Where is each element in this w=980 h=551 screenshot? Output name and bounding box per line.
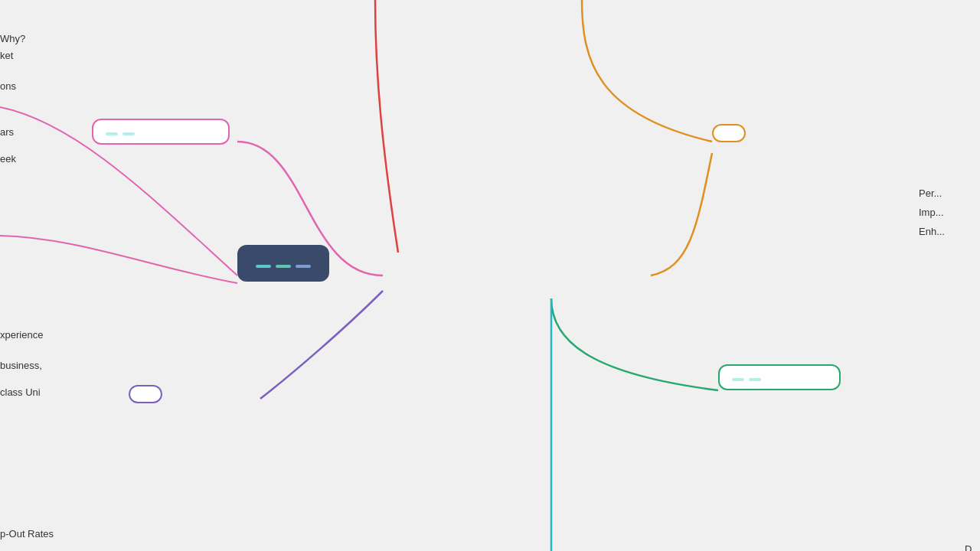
central-tags: [256, 265, 311, 268]
tag-job-portal: [122, 132, 135, 135]
deferment-tags: [732, 378, 827, 381]
label-eek: eek: [0, 153, 16, 165]
label-class-uni: class Uni: [0, 386, 41, 398]
central-node[interactable]: [237, 245, 329, 282]
deferment-node[interactable]: [718, 364, 841, 390]
career-assistance-tags: [106, 132, 216, 135]
label-d-bottom: D...: [965, 543, 980, 551]
label-enh: Enh...: [919, 226, 945, 237]
label-business: business,: [0, 360, 42, 371]
tag-education: [276, 265, 291, 268]
tag-flexibility: [749, 378, 761, 381]
micro-grouping-node[interactable]: [712, 124, 746, 142]
label-market1: ket: [0, 50, 13, 61]
label-ons: ons: [0, 80, 16, 92]
label-ars: ars: [0, 126, 14, 138]
label-why-topleft2: Why?: [0, 33, 25, 44]
tag-career-services: [106, 132, 118, 135]
career-assistance-node[interactable]: [92, 119, 230, 145]
tag-learning: [256, 265, 271, 268]
legacy-gl-node[interactable]: [129, 385, 162, 403]
tag-career: [296, 265, 311, 268]
mindmap-connections: [0, 0, 980, 551]
tag-pause-option: [732, 378, 744, 381]
label-imp: Imp...: [919, 207, 944, 218]
label-experience: xperience: [0, 329, 43, 341]
label-dropout: p-Out Rates: [0, 528, 54, 540]
label-per: Per...: [919, 187, 942, 199]
